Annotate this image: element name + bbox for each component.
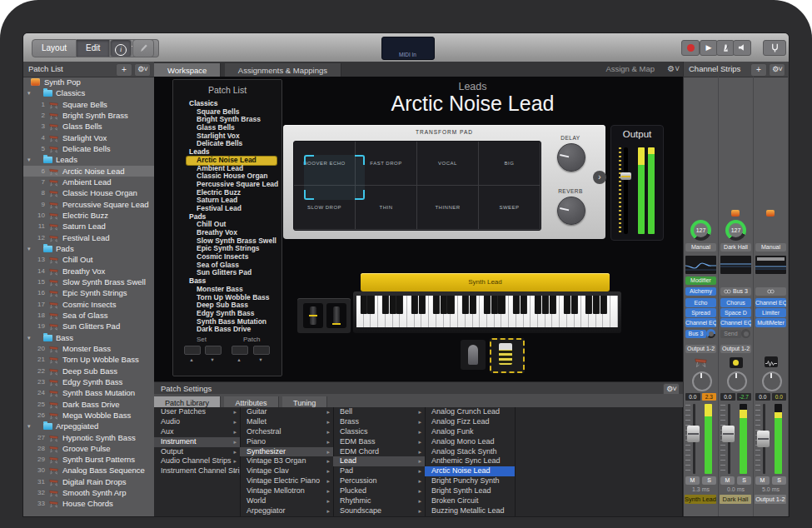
add-patch-button[interactable]: + <box>116 63 132 77</box>
eq-thumbnail[interactable] <box>685 256 716 274</box>
patch-list-item[interactable]: 3Glass Bells <box>23 121 154 132</box>
transform-pad-cell[interactable]: BIG <box>479 142 541 186</box>
piano-black-key[interactable] <box>462 296 469 314</box>
expression-knob[interactable]: 127 <box>690 220 711 241</box>
insert-slot-button[interactable]: MultiMeter <box>755 318 786 327</box>
piano-black-key[interactable] <box>593 296 600 314</box>
piano-black-key[interactable] <box>549 296 555 314</box>
channel-fader[interactable] <box>755 404 786 474</box>
browser-item[interactable]: EDM Bass▸ <box>333 437 425 447</box>
mute-button[interactable]: M <box>685 476 700 485</box>
input-slot-button[interactable] <box>755 287 786 296</box>
output-slot-button[interactable]: Output 1-2 <box>685 345 716 353</box>
patch-digit-button[interactable] <box>232 346 248 355</box>
patch-list-item[interactable]: 2Bright Synth Brass <box>23 110 154 121</box>
insert-slot-button[interactable]: Echo <box>685 298 716 307</box>
fader-handle[interactable] <box>687 426 700 442</box>
browser-item[interactable]: User Patches▸ <box>154 407 240 417</box>
piano-black-key[interactable] <box>469 296 476 314</box>
patch-list-item[interactable]: 26Mega Wobble Bass <box>23 410 154 421</box>
browser-item[interactable]: EDM Chord▸ <box>333 447 425 457</box>
patch-list-item[interactable]: 18Sea of Glass <box>23 310 154 321</box>
disclosure-triangle-icon[interactable]: ▾ <box>27 87 31 98</box>
browser-item[interactable]: Classics▸ <box>333 427 425 437</box>
browser-item[interactable]: Mallet▸ <box>240 417 333 427</box>
mute-button[interactable]: M <box>720 476 735 485</box>
browser-item[interactable]: Percussion▸ <box>333 476 425 486</box>
patch-list-item[interactable]: 12Festival Lead <box>23 232 154 243</box>
piano-keys[interactable] <box>356 296 618 327</box>
browser-item[interactable]: Arpeggiator▸ <box>240 506 333 516</box>
pitch-wheel[interactable] <box>303 303 323 328</box>
piano-black-key[interactable] <box>447 296 454 314</box>
patch-list-item[interactable]: 8Classic House Organ <box>23 187 154 198</box>
set-digit-button[interactable] <box>184 346 201 355</box>
patch-list-item[interactable]: 30Analog Bass Sequence <box>23 465 154 476</box>
browser-item[interactable]: Rhythmic▸ <box>333 496 425 506</box>
patch-list-item[interactable]: 4Starlight Vox <box>23 132 154 143</box>
browser-item[interactable]: Output▸ <box>154 447 240 457</box>
piano-black-key[interactable] <box>585 296 592 314</box>
browser-item[interactable]: Lead▸ <box>333 456 425 466</box>
fader-handle[interactable] <box>757 431 770 447</box>
channel-fader[interactable] <box>720 404 751 474</box>
expression-knob[interactable]: 127 <box>725 220 746 241</box>
tuner-button[interactable] <box>763 40 786 56</box>
patch-list-item[interactable]: 19Sun Glitters Pad <box>23 321 154 331</box>
mute-button[interactable]: M <box>755 476 770 485</box>
peak-value[interactable]: 0.0 <box>772 393 787 401</box>
piano-black-key[interactable] <box>433 296 440 314</box>
modifier-button[interactable]: Modifier <box>685 276 716 285</box>
browser-item[interactable]: Aux▸ <box>154 427 240 437</box>
patch-list-folder[interactable]: ▾Leads <box>23 154 154 165</box>
channel-name-tag[interactable]: Output 1-2 <box>755 495 786 504</box>
patch-list-item[interactable]: 27Hypnotic Synth Bass <box>23 432 154 443</box>
piano-black-key[interactable] <box>491 296 498 314</box>
mode-edit-button[interactable]: Edit <box>77 39 110 57</box>
browser-item[interactable]: Analog Mono Lead <box>425 437 515 447</box>
patch-list-item[interactable]: 31Digital Rain Drops <box>23 476 154 487</box>
play-button[interactable]: ▶ <box>700 40 718 56</box>
patch-list-item[interactable]: 11Saturn Lead <box>23 221 154 232</box>
channel-name-tag[interactable]: Dark Hall <box>720 495 751 504</box>
browser-item[interactable]: Audio▸ <box>154 417 240 427</box>
fader-handle[interactable] <box>620 172 631 180</box>
piano-black-key[interactable] <box>396 296 403 314</box>
piano-black-key[interactable] <box>535 296 541 314</box>
delay-knob[interactable] <box>557 143 585 172</box>
patch-list-folder[interactable]: ▾Classics <box>23 87 154 98</box>
browser-item[interactable]: Bright Punchy Synth <box>425 476 515 486</box>
transform-pad-cell[interactable]: VOCAL <box>417 142 479 186</box>
channel-name-tag[interactable]: Synth Lead <box>685 495 716 504</box>
assign-map-button[interactable]: Assign & Map <box>605 62 655 77</box>
patch-up-button[interactable]: ▲ <box>232 357 247 362</box>
browser-item[interactable]: Vintage B3 Organ▸ <box>240 456 333 466</box>
fader-handle[interactable] <box>722 426 735 442</box>
transform-pad-cell[interactable]: THIN <box>356 186 417 230</box>
eq-thumbnail[interactable] <box>720 256 751 274</box>
pan-knob[interactable] <box>762 371 782 391</box>
send-level-knob[interactable] <box>741 329 750 338</box>
browser-item[interactable]: Pad▸ <box>333 466 425 476</box>
patch-list-item[interactable]: 16Epic Synth Strings <box>23 287 154 298</box>
input-slot-button[interactable]: Bus 3 <box>720 287 751 296</box>
patch-list-item[interactable]: 1Square Bells <box>23 99 154 110</box>
patch-list-item[interactable]: 15Slow Synth Brass Swell <box>23 276 154 287</box>
piano-black-key[interactable] <box>513 296 520 314</box>
piano-black-key[interactable] <box>484 296 491 314</box>
master-mute-button[interactable] <box>733 40 751 56</box>
patch-list-action-menu[interactable]: ⚙˅ <box>134 63 151 77</box>
transform-pad-cell[interactable]: FAST DROP <box>356 142 417 186</box>
disclosure-triangle-icon[interactable]: ▾ <box>27 421 31 431</box>
edit-tool-button[interactable] <box>132 39 154 57</box>
browser-item[interactable]: Soundscape▸ <box>333 506 425 516</box>
transform-pad-selection[interactable] <box>304 155 365 200</box>
browser-item[interactable]: Broken Circuit <box>425 496 515 506</box>
patch-list-item[interactable]: 20Monster Bass <box>23 343 154 354</box>
disclosure-triangle-icon[interactable]: ▾ <box>27 154 31 165</box>
patch-list-item[interactable]: 17Cosmic Insects <box>23 299 154 310</box>
browser-item[interactable]: Analog Fizz Lead <box>425 417 515 427</box>
browser-item[interactable]: Anthemic Sync Lead <box>425 456 515 466</box>
patch-list-item[interactable]: 22Deep Sub Bass <box>23 366 154 376</box>
workspace-action-menu[interactable]: ⚙˅ <box>667 62 680 77</box>
